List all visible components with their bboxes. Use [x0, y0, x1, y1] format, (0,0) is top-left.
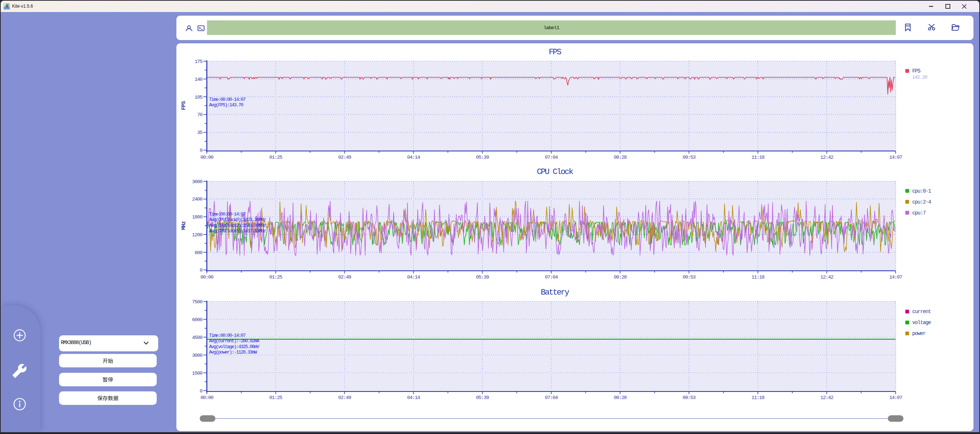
- svg-text:6000: 6000: [192, 317, 203, 323]
- svg-text:02:49: 02:49: [338, 395, 351, 401]
- svg-text:1800: 1800: [192, 214, 203, 220]
- svg-text:12:42: 12:42: [820, 274, 834, 280]
- svg-text:600: 600: [195, 250, 203, 256]
- svg-text:voltage: voltage: [912, 320, 931, 325]
- svg-text:FPS: FPS: [181, 101, 187, 110]
- svg-text:105: 105: [195, 95, 203, 100]
- svg-text:00:00: 00:00: [200, 395, 213, 401]
- svg-text:12:42: 12:42: [820, 395, 834, 401]
- svg-text:09:53: 09:53: [682, 395, 696, 401]
- svg-text:142.20: 142.20: [912, 74, 927, 80]
- svg-text:02:49: 02:49: [338, 274, 351, 280]
- svg-text:power: power: [912, 331, 926, 336]
- svg-text:04:14: 04:14: [407, 274, 420, 280]
- svg-text:14:07: 14:07: [889, 395, 902, 401]
- svg-text:current: current: [912, 309, 931, 315]
- svg-text:3000: 3000: [192, 353, 203, 358]
- svg-text:CPU Clock: CPU Clock: [537, 168, 573, 177]
- svg-text:00:00: 00:00: [200, 274, 213, 280]
- svg-text:0: 0: [200, 148, 203, 153]
- svg-text:cpu:2-4: cpu:2-4: [912, 199, 931, 205]
- svg-text:11:18: 11:18: [751, 155, 765, 160]
- svg-text:Avg(power):-1128.33mW: Avg(power):-1128.33mW: [209, 350, 257, 355]
- svg-text:cpu:7: cpu:7: [912, 210, 926, 216]
- svg-text:175: 175: [195, 59, 203, 65]
- svg-text:cpu:0-1: cpu:0-1: [912, 188, 931, 194]
- svg-text:09:53: 09:53: [682, 155, 696, 160]
- svg-text:00:00: 00:00: [200, 155, 213, 160]
- svg-text:Avg(CPUClock0):1423.36MHz: Avg(CPUClock0):1423.36MHz: [209, 217, 266, 222]
- svg-text:0: 0: [200, 268, 203, 273]
- svg-text:05:39: 05:39: [476, 395, 489, 401]
- svg-text:Time:00:00-14:07: Time:00:00-14:07: [209, 333, 246, 338]
- svg-text:Avg(current):-260.92mA: Avg(current):-260.92mA: [209, 338, 259, 344]
- svg-text:1500: 1500: [192, 371, 203, 376]
- svg-text:11:18: 11:18: [751, 395, 765, 401]
- svg-text:Avg(CPUClock5):1417.51MHz: Avg(CPUClock5):1417.51MHz: [209, 228, 266, 234]
- svg-text:3000: 3000: [192, 179, 203, 185]
- svg-text:04:14: 04:14: [407, 395, 420, 401]
- svg-text:FPS: FPS: [549, 48, 562, 57]
- svg-text:Battery: Battery: [541, 288, 569, 297]
- svg-text:Avg(CPUClock2):1543.89MHz: Avg(CPUClock2):1543.89MHz: [209, 223, 266, 228]
- svg-text:04:14: 04:14: [407, 155, 420, 160]
- svg-text:1200: 1200: [192, 232, 203, 238]
- svg-text:09:53: 09:53: [682, 274, 696, 280]
- svg-text:2400: 2400: [192, 196, 203, 202]
- svg-text:4500: 4500: [192, 335, 203, 341]
- svg-text:08:28: 08:28: [614, 155, 627, 160]
- svg-text:140: 140: [195, 77, 203, 82]
- svg-text:FPS: FPS: [912, 68, 921, 74]
- svg-text:0: 0: [200, 388, 203, 394]
- svg-text:01:25: 01:25: [269, 274, 282, 280]
- svg-text:05:39: 05:39: [476, 155, 489, 160]
- svg-text:01:25: 01:25: [269, 395, 282, 401]
- svg-text:Avg(voltage):4325.08mV: Avg(voltage):4325.08mV: [209, 344, 259, 350]
- svg-text:02:49: 02:49: [338, 155, 351, 160]
- svg-text:07:04: 07:04: [545, 155, 558, 160]
- svg-text:MHz: MHz: [181, 221, 187, 230]
- svg-text:12:42: 12:42: [820, 155, 834, 160]
- svg-text:14:07: 14:07: [889, 274, 902, 280]
- svg-text:7500: 7500: [192, 299, 203, 305]
- svg-text:01:25: 01:25: [269, 155, 282, 160]
- svg-text:14:07: 14:07: [889, 155, 902, 160]
- svg-text:07:04: 07:04: [545, 395, 558, 401]
- svg-text:08:28: 08:28: [614, 395, 627, 401]
- svg-text:Avg(FPS):143.70: Avg(FPS):143.70: [209, 102, 243, 108]
- svg-text:70: 70: [197, 112, 203, 117]
- svg-text:Time:00:00-14:07: Time:00:00-14:07: [209, 212, 246, 217]
- svg-text:Time:00:00-14:07: Time:00:00-14:07: [209, 97, 246, 102]
- svg-text:05:39: 05:39: [476, 274, 489, 280]
- svg-text:35: 35: [197, 130, 203, 135]
- svg-text:11:18: 11:18: [751, 274, 765, 280]
- svg-text:08:28: 08:28: [614, 274, 627, 280]
- svg-text:07:04: 07:04: [545, 274, 558, 280]
